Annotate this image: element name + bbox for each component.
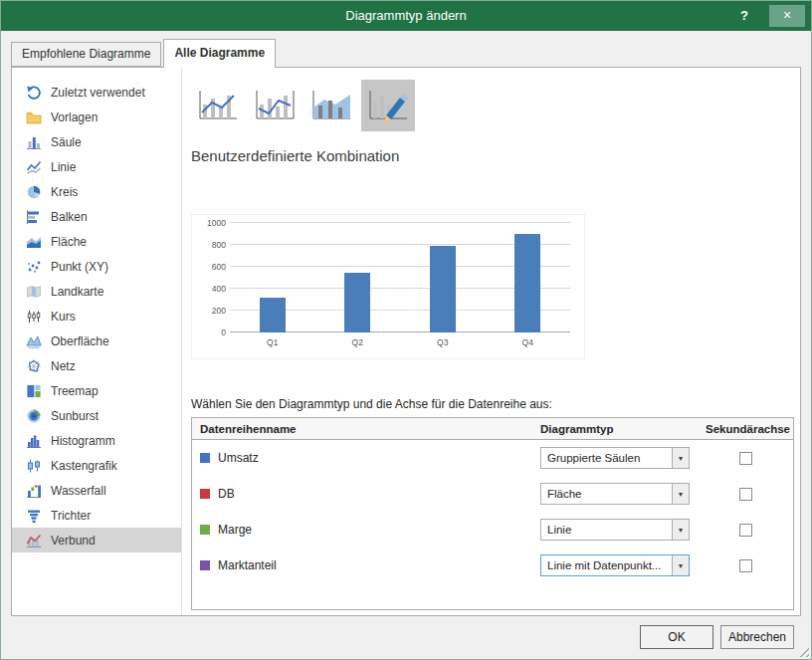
treemap-chart-icon <box>26 383 42 399</box>
area-chart-icon <box>26 234 42 250</box>
radar-chart-icon <box>26 358 42 374</box>
titlebar[interactable]: Diagrammtyp ändern ? × <box>1 1 811 31</box>
series-table-body: UmsatzGruppierte Säulen▼DBFläche▼MargeLi… <box>192 440 793 583</box>
sidebar-item-label: Kurs <box>51 310 76 324</box>
sidebar-item-label: Vorlagen <box>51 110 98 124</box>
close-button[interactable]: × <box>769 5 805 27</box>
series-name-cell: Marktanteil <box>200 558 540 572</box>
subtype-gestapelte-flaeche-gruppierte-saeulen[interactable] <box>304 80 358 131</box>
sidebar-item-kreis[interactable]: Kreis <box>12 179 181 204</box>
stock-chart-icon <box>26 309 42 325</box>
tab-strip: Empfohlene DiagrammeAlle Diagramme <box>11 39 278 67</box>
tab-alle-diagramme[interactable]: Alle Diagramme <box>163 39 276 68</box>
gridline <box>230 222 570 223</box>
sidebar-item-balken[interactable]: Balken <box>12 204 181 229</box>
subtype-benutzerdefinierte-kombination[interactable] <box>361 80 415 131</box>
chart-type-dropdown[interactable]: Linie mit Datenpunkt...▼ <box>540 554 690 576</box>
x-axis-label: Q4 <box>486 337 571 347</box>
sidebar-item-punkt-xy[interactable]: Punkt (XY) <box>12 254 181 279</box>
sidebar-item-landkarte[interactable]: Landkarte <box>12 279 181 304</box>
chart-type-cell: Linie mit Datenpunkt...▼ <box>540 554 698 576</box>
secondary-axis-checkbox[interactable] <box>739 452 752 465</box>
sidebar-item-linie[interactable]: Linie <box>12 154 181 179</box>
y-axis-tick: 400 <box>196 284 226 294</box>
table-row-umsatz: UmsatzGruppierte Säulen▼ <box>192 440 793 476</box>
chevron-down-icon[interactable]: ▼ <box>672 484 689 504</box>
recent-icon <box>26 85 42 101</box>
bar-chart-icon <box>26 209 42 225</box>
help-button[interactable]: ? <box>731 1 757 31</box>
series-prompt: Wählen Sie den Diagrammtyp und die Achse… <box>191 397 800 411</box>
secondary-axis-checkbox[interactable] <box>739 488 752 501</box>
sidebar-item-label: Sunburst <box>51 409 99 423</box>
sunburst-chart-icon <box>26 408 42 424</box>
secondary-axis-checkbox[interactable] <box>739 524 752 537</box>
sidebar-item-netz[interactable]: Netz <box>12 353 181 378</box>
sidebar-item-trichter[interactable]: Trichter <box>12 503 181 528</box>
table-header-datenreihenname: Datenreihenname <box>200 423 540 435</box>
dropdown-value: Fläche <box>541 488 672 500</box>
sidebar-item-saeule[interactable]: Säule <box>12 129 181 154</box>
sidebar-item-sunburst[interactable]: Sunburst <box>12 403 181 428</box>
chevron-down-icon[interactable]: ▼ <box>672 448 689 468</box>
chart-type-cell: Gruppierte Säulen▼ <box>540 447 698 469</box>
chart-type-dropdown[interactable]: Linie▼ <box>540 519 690 541</box>
boxplot-chart-icon <box>26 458 42 474</box>
chart-type-dropdown[interactable]: Gruppierte Säulen▼ <box>540 447 690 469</box>
sidebar-item-label: Linie <box>51 160 76 174</box>
series-name-cell: Marge <box>200 523 540 537</box>
scatter-chart-icon <box>26 259 42 275</box>
y-axis-tick: 0 <box>196 328 226 337</box>
histogram-chart-icon <box>26 433 42 449</box>
x-axis-label: Q1 <box>230 337 315 347</box>
sidebar-item-kastengrafik[interactable]: Kastengrafik <box>12 453 181 478</box>
funnel-chart-icon <box>26 508 42 524</box>
chevron-down-icon[interactable]: ▼ <box>672 555 689 575</box>
chart-bar <box>514 234 540 332</box>
table-header-diagrammtyp: Diagrammtyp <box>540 423 698 435</box>
chart-bar <box>344 273 370 333</box>
chart-type-cell: Fläche▼ <box>540 483 698 505</box>
sidebar-item-label: Zuletzt verwendet <box>51 86 145 100</box>
sidebar-item-label: Landkarte <box>51 285 103 299</box>
sidebar-item-label: Balken <box>51 210 88 224</box>
pie-chart-icon <box>26 184 42 200</box>
line-chart-icon <box>26 159 42 175</box>
sidebar-item-label: Kastengrafik <box>51 459 117 473</box>
chart-type-dropdown[interactable]: Fläche▼ <box>540 483 690 505</box>
resize-grip-icon[interactable] <box>796 644 809 657</box>
map-chart-icon <box>26 284 42 300</box>
sidebar-item-flaeche[interactable]: Fläche <box>12 229 181 254</box>
sidebar-item-treemap[interactable]: Treemap <box>12 378 181 403</box>
content-panel: Zuletzt verwendetVorlagenSäuleLinieKreis… <box>11 67 801 616</box>
sidebar-item-zuletzt-verwendet[interactable]: Zuletzt verwendet <box>12 80 181 105</box>
chart-type-cell: Linie▼ <box>540 519 698 541</box>
sidebar-item-wasserfall[interactable]: Wasserfall <box>12 478 181 503</box>
tab-empfohlene-diagramme[interactable]: Empfohlene Diagramme <box>11 42 161 67</box>
secondary-axis-cell <box>698 452 793 465</box>
subtype-gruppierte-saeulen-linie-sekundaerachse[interactable] <box>248 80 302 131</box>
series-color-swatch <box>200 453 210 463</box>
sidebar-item-verbund[interactable]: Verbund <box>12 528 181 552</box>
table-row-marktanteil: MarktanteilLinie mit Datenpunkt...▼ <box>192 548 793 583</box>
subtype-label: Benutzerdefinierte Kombination <box>191 147 800 164</box>
column-chart-icon <box>26 134 42 150</box>
chevron-down-icon[interactable]: ▼ <box>672 520 689 540</box>
ok-button[interactable]: OK <box>640 625 713 649</box>
sidebar-item-vorlagen[interactable]: Vorlagen <box>12 105 181 129</box>
combo-chart-icon <box>26 533 42 549</box>
dropdown-value: Gruppierte Säulen <box>541 452 672 464</box>
sidebar-item-oberflaeche[interactable]: Oberfläche <box>12 329 181 353</box>
secondary-axis-cell <box>698 559 793 572</box>
table-header-sekundaerachse: Sekundärachse <box>698 423 793 435</box>
sidebar-item-kurs[interactable]: Kurs <box>12 304 181 329</box>
sidebar-item-histogramm[interactable]: Histogramm <box>12 428 181 453</box>
chart-type-dialog: Diagrammtyp ändern ? × Empfohlene Diagra… <box>0 0 812 660</box>
subtype-gruppierte-saeulen-linie[interactable] <box>191 80 245 131</box>
series-name: Marge <box>218 523 252 537</box>
cancel-button[interactable]: Abbrechen <box>720 625 794 649</box>
series-table: DatenreihennameDiagrammtypSekundärachse … <box>191 417 794 610</box>
secondary-axis-checkbox[interactable] <box>739 559 752 572</box>
chart-preview: 02004006008001000Q1Q2Q3Q4 <box>191 214 585 359</box>
y-axis-tick: 600 <box>196 262 226 272</box>
